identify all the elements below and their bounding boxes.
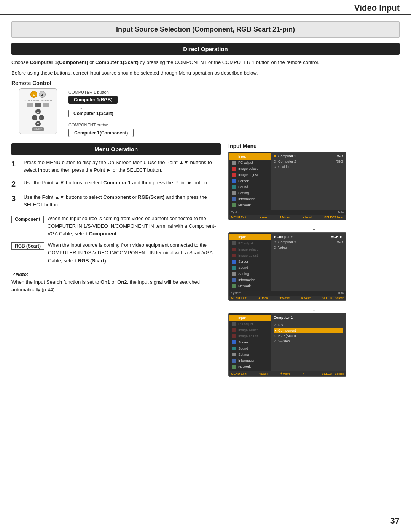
menu-sub-rgbscart: ○ RGB(Scart) (274, 333, 343, 339)
sub-filled-dot: ● (274, 329, 278, 332)
component-bold: Component (89, 231, 116, 236)
rc-down-arrow: ▼ (35, 121, 41, 126)
diagram-flow: Computer 1(RGB) ↓ Computer 1(Scart) (68, 96, 134, 117)
info-box-component: Component When the input source is comin… (11, 215, 221, 238)
cvideo-label-1: C-Video (274, 165, 290, 169)
pcadjust-icon-2 (232, 241, 236, 245)
menu-item-info-3: Information (229, 358, 271, 364)
rc-arrow-area: ▲ ◄ ► ▼ SELECT (32, 109, 44, 131)
note-section: ✓Note: When the Input Search function is… (11, 271, 221, 294)
bar2-move: ✦Move (279, 296, 290, 300)
comp1-dot-1 (274, 155, 276, 157)
bar1-select: SELECT Next (324, 216, 344, 219)
computer1-rgb-btn: Computer 1(RGB) (68, 96, 118, 104)
menu-item-imageadjust-2: Image adjust (229, 252, 271, 259)
pcadjust-label-2: PC adjust (238, 241, 253, 245)
comp2-text-1: Computer 2 (278, 160, 296, 163)
menu-right-2: ● Computer 1 RGB ► Computer 2 RGB (271, 233, 346, 291)
menu-item-sound-2: Sound (229, 265, 271, 271)
sub-empty-dot-2: ○ (274, 334, 278, 338)
cvideo-text-1: C-Video (278, 165, 290, 169)
comp2-label-1: Computer 2 (274, 160, 296, 163)
page-header: Video Input (0, 0, 411, 15)
component-tag: Component (11, 216, 44, 223)
bar1-back: ◄----- (259, 216, 267, 219)
menu-screenshot-3: Input PC adjust Image select Image (228, 313, 346, 377)
pcadjust-icon-3 (232, 322, 236, 326)
page-number: 37 (390, 516, 400, 526)
video-text-2: Video (278, 246, 287, 249)
two-col-layout: Menu Operation 1 Press the MENU button t… (11, 143, 400, 380)
comp2-text-2: Computer 2 (278, 240, 296, 244)
setting-icon-2 (232, 272, 236, 276)
left-col: Menu Operation 1 Press the MENU button t… (11, 143, 221, 380)
menu-sub-component: ● Component (274, 328, 343, 333)
remote-control-visual: 1 2 VIDEO S-VIDEO COMPONENT ▲ (19, 88, 57, 134)
bar3-menu: MENU (231, 372, 240, 375)
bar1-menu: MENU (231, 216, 240, 219)
menu-right-1: Computer 1 RGB Computer 2 RGB (271, 152, 346, 210)
screen-icon-2 (232, 260, 236, 264)
section-title: Input Source Selection (Component, RGB S… (11, 21, 400, 38)
setting-icon-3 (232, 353, 236, 356)
imageadjust-label-1: Image adjust (238, 173, 258, 177)
system-row-2: System Auto (229, 291, 346, 296)
step1-bold: Input (38, 167, 50, 173)
rgb-scart-tag: RGB (Scart) (11, 242, 44, 250)
info-label-3: Information (238, 359, 255, 363)
net-icon-3 (232, 365, 236, 369)
rc-lr-row: ◄ ► (32, 115, 44, 120)
menu-right-item-comp1-1: Computer 1 RGB (274, 153, 343, 159)
bar2-next: ►Next (301, 296, 311, 300)
input-icon-1 (232, 155, 236, 158)
comp1-rgb-2: RGB ► (331, 235, 343, 239)
screen-icon-1 (232, 179, 236, 183)
intro-text-1: Choose Computer 1(Component) or Computer… (11, 59, 400, 66)
bar2-exit: MENU Exit (231, 296, 246, 300)
menu-item-input-1: Input (229, 153, 271, 160)
video-label-2: Video (274, 246, 287, 249)
menu-right-header-2: ● Computer 1 RGB ► (274, 234, 343, 240)
bar3-exit: MENU Exit (231, 372, 246, 375)
net-label-1: Network (238, 203, 251, 207)
menu-sub-rgb: ○ RGB (274, 323, 343, 328)
menu-item-pcadjust-2: PC adjust (229, 240, 271, 246)
imageadjust-icon-3 (232, 334, 236, 338)
screen-label-1: Screen (238, 179, 249, 183)
input-menu-label: Input Menu (228, 143, 400, 149)
comp2-value-1: RGB (335, 160, 343, 163)
rc-btn-2: 2 (39, 91, 46, 98)
sound-icon-3 (232, 347, 236, 350)
info-label-2: Information (238, 278, 255, 282)
input-label-2: Input (238, 235, 246, 239)
bar2-back: ◄Back (258, 296, 268, 300)
step-num-2: 2 (11, 179, 20, 189)
menu-item-info-1: Information (229, 196, 271, 202)
comp1-label-1: Computer 1 (274, 154, 296, 158)
comp2-dot-1 (274, 160, 276, 163)
auto-label-2: Auto (338, 291, 344, 295)
menu-right-item-comp2-1: Computer 2 RGB (274, 159, 343, 164)
comp2-label-2: Computer 2 (274, 240, 296, 244)
component-button-label: COMPONENT button (68, 123, 134, 127)
imageadjust-label-2: Image adjust (238, 254, 258, 257)
menu-left-2: Input PC adjust Image select Image (229, 233, 271, 291)
rgb-scart-bold: RGB (Scart) (78, 258, 106, 264)
screen-label-3: Screen (238, 340, 249, 344)
pcadjust-label-1: PC adjust (238, 161, 253, 165)
menu-item-info-2: Information (229, 277, 271, 283)
computer1-component-box: Computer 1(Component) (68, 129, 134, 137)
step-text-1: Press the MENU button to display the On-… (24, 159, 221, 174)
system-row-1: System Auto (229, 210, 346, 215)
menu-bottom-bar-1: MENU Exit ◄----- ✦Move ►Next SELECT Next (229, 215, 346, 220)
step-3: 3 Use the Point ▲▼ buttons to select Com… (11, 193, 221, 209)
sub-empty-dot-3: ○ (274, 339, 278, 343)
input-label-3: Input (238, 316, 246, 320)
bar2-select: SELECT Select (322, 296, 344, 300)
menu-item-sound-3: Sound (229, 345, 271, 351)
direct-operation-bar: Direct Operation (11, 43, 400, 55)
computer1-button-label: COMPUTER 1 button (68, 90, 134, 94)
note-bold-on2: On2 (117, 279, 127, 285)
menu-item-sound-1: Sound (229, 184, 271, 190)
menu-item-setting-3: Setting (229, 351, 271, 358)
